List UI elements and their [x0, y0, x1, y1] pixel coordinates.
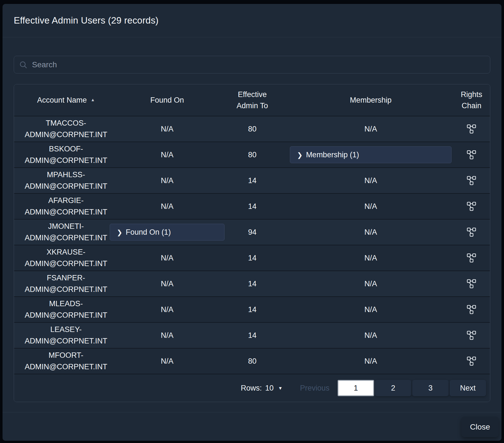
sort-ascending-icon: ▲ — [91, 97, 95, 103]
account-name-cell: JMONETI- ADMIN@CORPNET.INT — [14, 220, 118, 245]
effective_admin_to-value: 14 — [248, 202, 256, 211]
effective-admin-to-cell: 80 — [216, 142, 288, 167]
caret-down-icon: ▼ — [278, 386, 283, 391]
account-name-line2: ADMIN@CORPNET.INT — [25, 335, 107, 347]
chevron-right-icon: ❯ — [297, 152, 303, 158]
found_on-value: N/A — [161, 202, 173, 211]
account-name-cell: XKRAUSE- ADMIN@CORPNET.INT — [14, 245, 118, 271]
pagination-bar: Rows: 10 ▼ Previous 1 2 3 Next — [14, 374, 490, 402]
rights-chain-icon[interactable] — [465, 329, 478, 342]
effective_admin_to-value: 80 — [248, 151, 256, 159]
rights-chain-cell — [453, 245, 490, 271]
table-body: TMACCOS- ADMIN@CORPNET.INT N/A 80 N/A BS… — [14, 116, 490, 374]
account-name-line1: MLEADS- — [49, 298, 83, 310]
column-header-membership[interactable]: Membership — [288, 84, 453, 116]
account-name-line2: ADMIN@CORPNET.INT — [25, 232, 107, 244]
modal-title: Effective Admin Users (29 records) — [14, 15, 159, 26]
table-header-row: Account Name ▲ Found On Effective Admin … — [14, 84, 490, 116]
column-header-rights-chain[interactable]: Rights Chain — [453, 84, 490, 116]
membership-expander-button[interactable]: ❯ Membership (1) — [290, 146, 451, 163]
close-button[interactable]: Close — [461, 417, 499, 437]
membership-cell: N/A — [288, 245, 453, 271]
table-row: BSKOOF- ADMIN@CORPNET.INT N/A 80 ❯ Membe… — [14, 142, 490, 167]
account-name-cell: LEASEY- ADMIN@CORPNET.INT — [14, 323, 118, 348]
rights-chain-icon[interactable] — [465, 252, 478, 264]
membership-cell: N/A — [288, 297, 453, 322]
column-header-effective-admin-to[interactable]: Effective Admin To — [216, 84, 288, 116]
effective_admin_to-value: 14 — [248, 305, 256, 314]
page-background: Effective Admin Users (29 records) Accou… — [0, 0, 504, 443]
page-1-button[interactable]: 1 — [338, 380, 374, 396]
found-on-cell: N/A — [118, 297, 216, 322]
found_on-value: N/A — [161, 357, 173, 366]
column-header-account-name[interactable]: Account Name ▲ — [14, 84, 118, 116]
found_on-value: N/A — [161, 151, 173, 159]
account-name-line1: FSANPER- — [47, 272, 85, 284]
rows-per-page-select[interactable]: Rows: 10 ▼ — [241, 384, 283, 393]
rights-chain-icon[interactable] — [465, 200, 478, 213]
search-input[interactable] — [31, 60, 485, 70]
rights-chain-cell — [453, 116, 490, 142]
next-page-button[interactable]: Next — [450, 380, 486, 396]
account-name-line2: ADMIN@CORPNET.INT — [25, 310, 107, 321]
modal-body: Account Name ▲ Found On Effective Admin … — [3, 37, 501, 412]
membership-value: N/A — [364, 331, 377, 340]
rights-chain-cell — [453, 297, 490, 322]
account-name-line2: ADMIN@CORPNET.INT — [25, 258, 107, 269]
rows-per-page-value: 10 — [265, 384, 274, 393]
membership-value: N/A — [364, 254, 377, 262]
membership-cell: N/A — [288, 194, 453, 219]
found-on-cell: N/A — [118, 116, 216, 142]
rights-chain-icon[interactable] — [465, 303, 478, 316]
rows-per-page-label: Rows: — [241, 384, 262, 393]
account-name-line2: ADMIN@CORPNET.INT — [25, 206, 107, 218]
account-name-line1: MPAHLSS- — [47, 169, 85, 181]
membership-cell: N/A — [288, 323, 453, 348]
search-icon — [19, 61, 28, 69]
membership-value: N/A — [364, 228, 377, 237]
effective_admin_to-value: 80 — [248, 125, 256, 133]
found-on-expander-button[interactable]: ❯ Found On (1) — [110, 224, 224, 241]
page-2-button[interactable]: 2 — [375, 380, 411, 396]
effective-admin-to-cell: 94 — [216, 220, 288, 245]
rights-chain-icon[interactable] — [465, 277, 478, 290]
membership-value: N/A — [364, 305, 377, 314]
rights-chain-icon[interactable] — [465, 148, 478, 161]
found_on-value: N/A — [161, 176, 173, 185]
rights-chain-cell — [453, 349, 490, 374]
table-row: TMACCOS- ADMIN@CORPNET.INT N/A 80 N/A — [14, 116, 490, 142]
rights-chain-icon[interactable] — [465, 123, 478, 135]
membership-cell: N/A — [288, 168, 453, 193]
column-header-found-on[interactable]: Found On — [118, 84, 216, 116]
effective-admin-to-cell: 14 — [216, 297, 288, 322]
found-on-cell: N/A — [118, 323, 216, 348]
account-name-line1: LEASEY- — [50, 324, 82, 335]
membership-value: N/A — [364, 280, 377, 288]
membership-cell: N/A — [288, 349, 453, 374]
membership-value: N/A — [364, 357, 377, 366]
effective_admin_to-value: 80 — [248, 357, 256, 366]
membership-cell: ❯ Membership (1) — [288, 142, 453, 167]
rights-chain-icon[interactable] — [465, 226, 478, 239]
rights-chain-icon[interactable] — [465, 355, 478, 368]
effective_admin_to-value: 14 — [248, 331, 256, 340]
account-name-cell: FSANPER- ADMIN@CORPNET.INT — [14, 271, 118, 296]
table-row: JMONETI- ADMIN@CORPNET.INT ❯ Found On (1… — [14, 219, 490, 245]
column-label-effective-admin-to: Effective Admin To — [231, 89, 273, 112]
table-row: FSANPER- ADMIN@CORPNET.INT N/A 14 N/A — [14, 271, 490, 296]
rights-chain-icon[interactable] — [465, 174, 478, 187]
membership-value: N/A — [364, 202, 377, 211]
effective-admin-to-cell: 14 — [216, 323, 288, 348]
account-name-line1: BSKOOF- — [49, 143, 83, 155]
account-name-line1: TMACCOS- — [46, 117, 86, 129]
account-name-line2: ADMIN@CORPNET.INT — [25, 155, 107, 166]
effective-admin-to-cell: 14 — [216, 194, 288, 219]
effective_admin_to-value: 14 — [248, 254, 256, 262]
found-on-cell: N/A — [118, 168, 216, 193]
page-3-button[interactable]: 3 — [412, 380, 449, 396]
effective-admin-to-cell: 80 — [216, 116, 288, 142]
account-name-line1: XKRAUSE- — [47, 246, 85, 258]
rights-chain-cell — [453, 168, 490, 193]
rights-chain-cell — [453, 220, 490, 245]
previous-page-button[interactable]: Previous — [297, 384, 332, 393]
